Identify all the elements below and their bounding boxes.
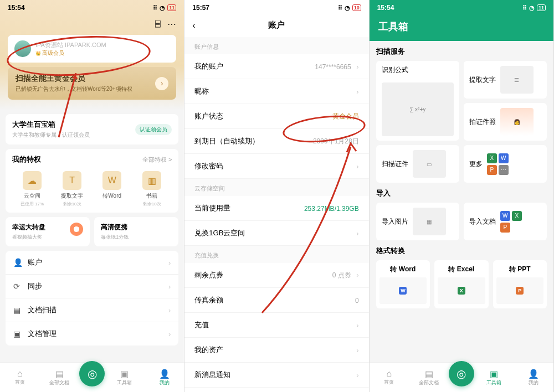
priv-item[interactable]: ▥ 书籍 剩余10次: [132, 171, 172, 207]
settings-row[interactable]: 新消息通知 ›: [184, 363, 368, 388]
camera-icon: ◎: [456, 367, 466, 380]
row-label: 传真余额: [194, 295, 223, 305]
settings-row[interactable]: 昵称 ›: [184, 79, 368, 104]
verify-pill[interactable]: 认证领会员: [135, 124, 172, 135]
row-value: 黄金会员: [332, 112, 359, 120]
settings-row[interactable]: 兑换1GB云空间 ›: [184, 221, 368, 246]
user-badge: 高级会员: [35, 49, 106, 57]
user-icon: 👤: [514, 369, 553, 379]
priv-item[interactable]: ☁ 云空间 已使用 17%: [12, 171, 52, 207]
tab-docs[interactable]: ▤全部文档: [40, 369, 80, 386]
row-label: 账户状态: [194, 111, 223, 121]
priv-item[interactable]: T 提取文字 剩余10次: [52, 171, 92, 207]
tile-scan-id[interactable]: 扫描证件 ▭: [376, 145, 459, 183]
phone-3-toolbox-page: 15:54 ⠿◔11 工具箱 扫描服务 识别公式 ∑ x²+y 提取文字 ☰ 拍…: [370, 0, 554, 392]
settings-row[interactable]: 传真余额 0: [184, 288, 368, 313]
gold-member-banner[interactable]: 扫描全能王黄金会员 已解锁无广告去水印，文档转Word等20+项特权 ›: [8, 67, 176, 100]
row-icon: ▤: [13, 306, 22, 314]
scan-icon[interactable]: ⌸: [155, 19, 161, 29]
priv-sub: 已使用 17%: [12, 201, 52, 207]
signal-icon: ⠿: [338, 4, 342, 12]
ppt-icon: P: [516, 287, 524, 295]
tab-my[interactable]: 👤我的: [145, 369, 184, 386]
privs-more[interactable]: 全部特权 >: [142, 156, 172, 164]
home-icon: ⌂: [0, 369, 40, 379]
baibao-title: 大学生百宝箱: [12, 120, 90, 130]
tile-extract-text[interactable]: 提取文字 ☰: [464, 61, 547, 99]
tools-icon: ▣: [105, 369, 145, 379]
settings-row[interactable]: 充值 ›: [184, 313, 368, 338]
settings-row[interactable]: 当前使用量 253.27MB/1.39GB: [184, 196, 368, 221]
row-value: 0 点券: [332, 271, 351, 279]
settings-row[interactable]: 剩余点券 0 点券 ›: [184, 263, 368, 288]
tab-home[interactable]: ⌂首页: [370, 369, 409, 386]
back-button[interactable]: ‹: [192, 20, 195, 30]
user-site: IPA资源站 IPAPARK.COM: [35, 41, 106, 49]
settings-row[interactable]: 账户状态 黄金会员: [184, 104, 368, 129]
row-icon: ▣: [13, 329, 22, 338]
list-row[interactable]: ⟳ 同步 ›: [6, 275, 178, 298]
clock: 15:57: [192, 4, 209, 12]
camera-button[interactable]: ◎: [79, 361, 105, 386]
tile-to-ppt[interactable]: 转 PPT P: [493, 260, 547, 308]
row-label: 充值: [194, 320, 209, 330]
wifi-icon: ◔: [160, 4, 165, 12]
settings-row[interactable]: 切换应用图标 👑 ›: [184, 388, 368, 392]
priv-icon: T: [63, 171, 81, 190]
tile-id-photo[interactable]: 拍证件照 👩: [464, 103, 547, 141]
privs-title: 我的特权: [12, 154, 41, 164]
tab-home[interactable]: ⌂首页: [0, 369, 40, 386]
page-header: ‹ 账户: [184, 16, 368, 37]
baibao-card[interactable]: 大学生百宝箱 大学生和教师专属，认证领会员 认证领会员: [6, 114, 178, 145]
list-row[interactable]: ▤ 文档扫描 ›: [6, 298, 178, 322]
baibao-sub: 大学生和教师专属，认证领会员: [12, 131, 90, 139]
clock: 15:54: [8, 4, 25, 12]
row-value: 147****6665: [315, 63, 351, 71]
tab-my[interactable]: 👤我的: [514, 369, 553, 386]
battery-icon: 11: [167, 4, 176, 11]
section-header: 云存储空间: [184, 179, 368, 196]
chevron-right-icon: ›: [356, 371, 358, 379]
status-bar: 15:54 ⠿◔11: [0, 0, 184, 16]
battery-icon: 11: [537, 4, 546, 11]
lucky-wheel-card[interactable]: 幸运大转盘 看视频抽大奖: [6, 217, 90, 246]
user-card[interactable]: IPA资源站 IPAPARK.COM 高级会员: [8, 35, 176, 63]
more-icons: XW P⋯: [487, 153, 511, 175]
word-icon: W: [399, 287, 407, 295]
status-bar: 15:54 ⠿◔11: [370, 0, 553, 16]
tile-to-word[interactable]: 转 Word W: [376, 260, 430, 308]
chevron-right-icon: ›: [356, 271, 358, 279]
tab-tools[interactable]: ▣工具箱: [474, 369, 514, 386]
hd-portable-card[interactable]: 高清便携 每张纸1分钱: [94, 217, 178, 246]
avatar: [14, 40, 31, 57]
tile-more[interactable]: 更多 XW P⋯: [464, 145, 547, 183]
row-label: 修改密码: [194, 161, 223, 171]
idphoto-thumb: 👩: [500, 108, 534, 136]
tile-to-excel[interactable]: 转 Excel X: [434, 260, 488, 308]
formula-thumb: ∑ x²+y: [382, 82, 454, 136]
row-label: 我的资产: [194, 345, 223, 355]
settings-row[interactable]: 修改密码 ›: [184, 154, 368, 179]
chevron-right-icon: ›: [356, 346, 358, 354]
tab-bar: ⌂首页 ▤全部文档 ◎ ▣工具箱 👤我的: [0, 362, 184, 392]
section-header: 账户信息: [184, 37, 368, 54]
tile-import-doc[interactable]: 导入文档 WXP: [464, 203, 547, 240]
priv-item[interactable]: W 转Word: [92, 171, 132, 207]
priv-label: 转Word: [92, 192, 132, 200]
page-title: 工具箱: [370, 16, 553, 41]
tile-import-image[interactable]: 导入图片 ▦: [376, 203, 459, 240]
user-icon: 👤: [145, 369, 184, 379]
settings-row[interactable]: 我的资产 ›: [184, 338, 368, 363]
row-label: 新消息通知: [194, 370, 230, 380]
list-row[interactable]: 👤 账户 ›: [6, 251, 178, 275]
tab-bar: ⌂首页 ▤全部文档 ◎ ▣工具箱 👤我的: [370, 362, 553, 392]
message-icon[interactable]: ⋯: [167, 19, 176, 29]
tab-tools[interactable]: ▣工具箱: [105, 369, 145, 386]
tab-docs[interactable]: ▤全部文档: [409, 369, 449, 386]
settings-row[interactable]: 到期日（自动续期） 2099年1月28日: [184, 129, 368, 154]
list-row[interactable]: ▣ 文档管理 ›: [6, 322, 178, 345]
tile-formula[interactable]: 识别公式 ∑ x²+y: [376, 61, 459, 141]
settings-row[interactable]: 我的账户 147****6665 ›: [184, 54, 368, 79]
chevron-right-icon: ›: [356, 321, 358, 329]
camera-button[interactable]: ◎: [449, 361, 474, 386]
